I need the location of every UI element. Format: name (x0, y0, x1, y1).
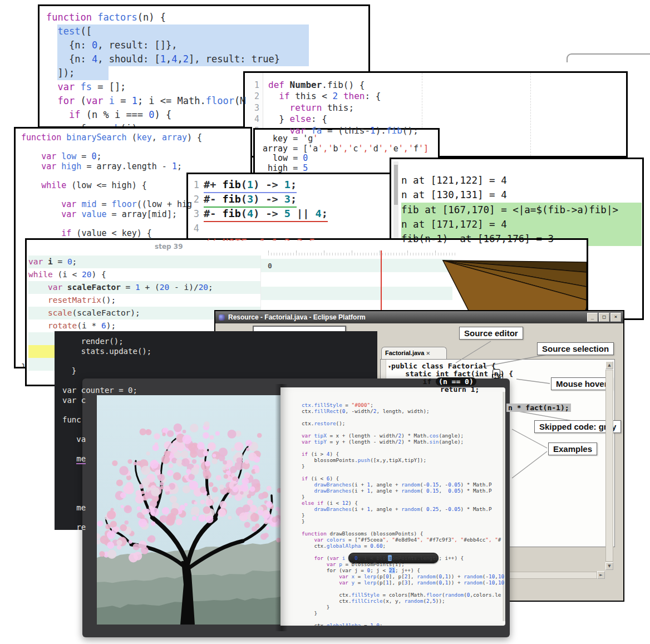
maximize-icon[interactable]: □ (599, 313, 609, 322)
close-icon[interactable]: × (610, 313, 621, 322)
tab-close-icon[interactable]: ✕ (426, 351, 430, 356)
cherry-tree-drawing (97, 395, 280, 625)
zero-row-value: 0 (268, 262, 272, 270)
source-editor-label: Source editor (459, 327, 523, 340)
examples-label: Examples (548, 443, 597, 455)
step-label: step 39 (155, 243, 183, 250)
book: ctx.fillStyle = "#000";ctx.fillRect(0, -… (82, 378, 510, 637)
eclipse-titlebar[interactable]: Resource - Factorial.java - Eclipse Plat… (215, 311, 623, 323)
minimize-icon[interactable]: _ (587, 313, 598, 322)
scrollbar-thumb[interactable] (394, 165, 398, 205)
window-title: Resource - Factorial.java - Eclipse Plat… (228, 313, 366, 321)
source-selection-label: Source selection (537, 342, 614, 355)
mouse-hover-label: Mouse hover (551, 377, 613, 390)
right-page: ctx.fillStyle = "#000";ctx.fillRect(0, -… (280, 387, 505, 626)
screenshot-collage: function factors(n) { test([ {n: 0, resu… (0, 0, 650, 644)
editor-tab[interactable]: Factorial.java ✕ (381, 347, 447, 359)
v-scrollbar[interactable] (605, 370, 613, 562)
trace-lines: n at [121,122] = 4n at [130,131] = 4fib … (401, 173, 642, 246)
line-numbers: 12345 (190, 178, 199, 242)
scroll-down-icon[interactable]: ▼ (605, 562, 613, 570)
tab-label: Factorial.java (385, 350, 424, 356)
scroll-right-icon[interactable]: ► (597, 571, 605, 579)
ruler-ticks (268, 250, 457, 255)
scrollbar-track[interactable] (393, 161, 398, 250)
page-edge-stack (503, 392, 505, 621)
fib-test-panel[interactable]: 12345 #+ fib(1) -> 1;#- fib(3) -> 3;#- f… (186, 173, 395, 242)
scroll-up-icon[interactable]: ▲ (605, 361, 613, 369)
skipped-code-line: n * fact(n-1); (506, 404, 571, 412)
number-fib-code[interactable]: def Number.fib() { if this < 2 then: { r… (268, 80, 619, 136)
left-page (97, 395, 280, 625)
fib-test-code[interactable]: #+ fib(1) -> 1;#- fib(3) -> 3;#- fib(4) … (204, 178, 393, 242)
blossom-code[interactable]: ctx.fillStyle = "#000";ctx.fillRect(0, -… (302, 402, 502, 626)
table-stripes (260, 259, 452, 312)
cropped-panel-edge (567, 53, 650, 62)
eclipse-logo-icon (219, 314, 225, 321)
playhead-line[interactable] (381, 250, 382, 313)
